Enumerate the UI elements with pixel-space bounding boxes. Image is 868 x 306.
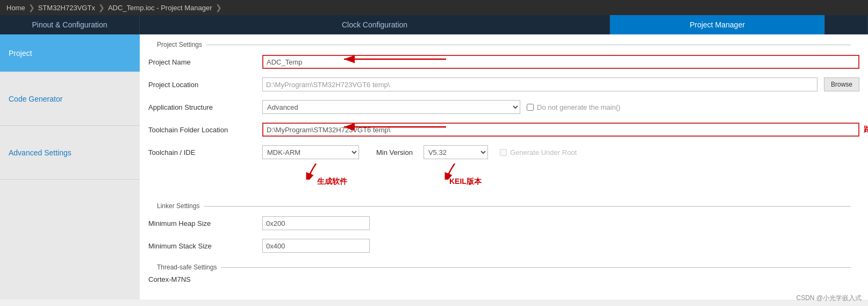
main-layout: Project Code Generator Advanced Settings… (0, 34, 868, 300)
toolchain-folder-arrow (339, 119, 446, 134)
min-stack-size-row: Minimum Stack Size (140, 234, 868, 257)
do-not-generate-checkbox-row: Do not generate the main() (527, 103, 620, 111)
min-stack-size-label: Minimum Stack Size (148, 242, 256, 250)
breadcrumb-sep-1: ❯ (28, 3, 35, 12)
thread-safe-settings-section: Thread-safe Settings (148, 264, 859, 271)
sidebar: Project Code Generator Advanced Settings (0, 34, 140, 300)
linker-settings-section: Linker Settings (148, 202, 859, 210)
project-name-row: Project Name 工程名 (140, 51, 868, 73)
generate-under-root-row: Generate Under Root (500, 148, 577, 156)
tab-pinout[interactable]: Pinout & Configuration (0, 15, 140, 34)
project-name-label: Project Name (148, 58, 256, 66)
thread-safe-settings-label: Thread-safe Settings (157, 264, 221, 271)
tab-bar: Pinout & Configuration Clock Configurati… (0, 15, 868, 34)
min-version-select[interactable]: V5.32 (424, 145, 488, 159)
sidebar-item-advanced-settings[interactable]: Advanced Settings (0, 126, 140, 180)
project-name-arrow (339, 52, 446, 67)
version-annotation: KEIL版本 (449, 177, 482, 187)
cortex-label: Cortex-M7NS (148, 275, 256, 283)
project-settings-section: Project Settings (148, 41, 859, 48)
project-location-input[interactable] (262, 77, 817, 91)
toolchain-folder-row: Toolchain Folder Location 路径不要有中文 (140, 118, 868, 141)
min-version-label: Min Version (376, 148, 413, 156)
min-heap-size-input[interactable] (262, 216, 370, 230)
breadcrumb-home[interactable]: Home (6, 4, 25, 12)
application-structure-select[interactable]: Advanced (262, 100, 520, 114)
generate-under-root-label: Generate Under Root (510, 148, 577, 156)
breadcrumb-chip[interactable]: STM32H723VGTx (38, 4, 95, 12)
do-not-generate-checkbox[interactable] (527, 104, 534, 111)
content-inner: Project Settings Project Name 工程名 (140, 41, 868, 298)
breadcrumb-project[interactable]: ADC_Temp.ioc - Project Manager (108, 4, 212, 12)
toolchain-ide-row: Toolchain / IDE MDK-ARM Min Version V5.3… (140, 141, 868, 163)
min-heap-size-label: Minimum Heap Size (148, 219, 256, 227)
tab-extra[interactable] (825, 15, 868, 34)
toolchain-ide-label: Toolchain / IDE (148, 148, 256, 156)
tab-clock[interactable]: Clock Configuration (140, 15, 610, 34)
project-location-row: Project Location Browse (140, 73, 868, 96)
do-not-generate-label: Do not generate the main() (537, 103, 620, 111)
tab-project-manager[interactable]: Project Manager (610, 15, 825, 34)
toolchain-folder-label: Toolchain Folder Location (148, 126, 256, 134)
content-area: Project Settings Project Name 工程名 (140, 34, 868, 300)
watermark: CSDN @小光学嵌入式 (796, 294, 862, 300)
breadcrumb-sep-3: ❯ (216, 3, 222, 12)
sidebar-item-project[interactable]: Project (0, 34, 140, 72)
project-location-label: Project Location (148, 81, 256, 89)
cortex-row: Cortex-M7NS (140, 271, 868, 288)
toolchain-ide-select[interactable]: MDK-ARM (262, 145, 359, 159)
linker-settings-label: Linker Settings (157, 202, 204, 210)
min-stack-size-input[interactable] (262, 239, 370, 253)
generate-under-root-checkbox[interactable] (500, 149, 507, 156)
ide-annotation: 生成软件 (317, 177, 347, 187)
breadcrumb-sep-2: ❯ (98, 3, 105, 12)
toolchain-folder-annotation: 路径不要有中文 (864, 125, 868, 134)
breadcrumb: Home ❯ STM32H723VGTx ❯ ADC_Temp.ioc - Pr… (0, 0, 868, 15)
browse-button[interactable]: Browse (824, 77, 859, 91)
application-structure-label: Application Structure (148, 103, 256, 111)
min-heap-size-row: Minimum Heap Size (140, 212, 868, 234)
project-settings-label: Project Settings (157, 41, 206, 48)
application-structure-row: Application Structure Advanced Do not ge… (140, 96, 868, 118)
toolchain-annotations: 生成软件 KEIL版本 (140, 163, 868, 196)
sidebar-item-code-generator[interactable]: Code Generator (0, 72, 140, 126)
